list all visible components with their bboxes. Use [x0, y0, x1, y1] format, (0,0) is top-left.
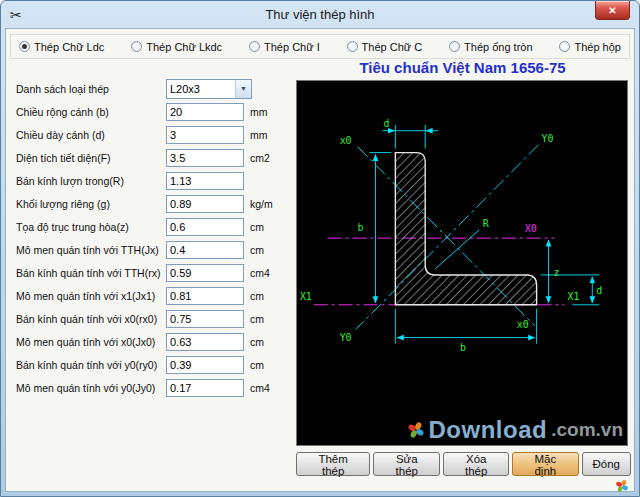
- label-x0-axis: X0: [525, 223, 537, 234]
- form-field-unit: kg/m: [250, 198, 273, 210]
- radio-dot-icon: [449, 41, 460, 52]
- form-field-input[interactable]: [166, 103, 244, 121]
- label-b-left: b: [358, 222, 364, 233]
- form-field-label: Tọa độ trục trung hòa(z): [16, 221, 166, 233]
- label-z-right: z: [553, 267, 559, 278]
- button-xoa-thep[interactable]: Xóa thép: [443, 452, 509, 476]
- steel-type-dropdown[interactable]: L20x3 ▼: [166, 79, 252, 99]
- form-row: Chiều rộng cánh (b) mm: [16, 102, 292, 121]
- form-field-input[interactable]: [166, 195, 244, 213]
- form-field-input[interactable]: [166, 379, 244, 397]
- label-x0-diag-top: x0: [340, 135, 352, 146]
- form-row: Tọa độ trục trung hòa(z) cm: [16, 217, 292, 236]
- radio-thep-chu-lkdc[interactable]: Thép Chữ Lkdc: [131, 41, 222, 53]
- form-field-input[interactable]: [166, 149, 244, 167]
- form-row: Mô men quán tính với x1(Jx1) cm: [16, 286, 292, 305]
- radio-dot-icon: [131, 41, 142, 52]
- form-row: Mô men quán tính với x0(Jx0) cm: [16, 332, 292, 351]
- form-row: Khối lượng riêng (g) kg/m: [16, 194, 292, 213]
- form-row: Danh sách loại thép L20x3 ▼: [16, 79, 292, 98]
- form-field-unit: mm: [250, 129, 268, 141]
- radio-label: Thép hộp: [574, 41, 620, 53]
- form-field-unit: cm: [250, 313, 264, 325]
- radio-thep-chu-ldc[interactable]: Thép Chữ Ldc: [19, 41, 104, 53]
- form-field-unit: cm: [250, 336, 264, 348]
- downloadvn-pinwheel-icon: [407, 421, 425, 439]
- label-d-top: d: [383, 118, 389, 129]
- radio-label: Thép Chữ I: [264, 41, 320, 53]
- downloadvn-logo-icon: [615, 479, 629, 493]
- form-field-input[interactable]: [166, 126, 244, 144]
- form-field-unit: mm: [250, 106, 268, 118]
- form-field-unit: cm: [250, 290, 264, 302]
- form-row: Chiều dày cánh (d) mm: [16, 125, 292, 144]
- label-x1-left: X1: [300, 291, 312, 302]
- radio-thep-hop[interactable]: Thép hộp: [559, 41, 620, 53]
- form-field-label: Mô men quán tính với x1(Jx1): [16, 290, 166, 302]
- close-button[interactable]: ✕: [595, 1, 630, 20]
- form-field-input[interactable]: [166, 218, 244, 236]
- form-field-label: Mô men quán tính với x0(Jx0): [16, 336, 166, 348]
- form-field-label: Bán kính quán tính với y0(ry0): [16, 359, 166, 371]
- button-sua-thep[interactable]: Sửa thép: [373, 452, 440, 476]
- diagram-canvas: d b b z d R X0 X1 X1 x0 x0 Y0 Y0: [296, 80, 628, 446]
- form-field-label: Mô men quán tính với TTH(Jx): [16, 244, 166, 256]
- radio-dot-icon: [249, 41, 260, 52]
- radio-dot-icon: [19, 41, 30, 52]
- watermark-brand: Download: [429, 416, 548, 444]
- label-x0-diag-bottom: x0: [517, 319, 529, 330]
- app-icon[interactable]: ✂: [10, 7, 22, 23]
- radio-thep-ong-tron[interactable]: Thép ống tròn: [449, 41, 533, 53]
- form-row: Bán kính quán tính với y0(ry0) cm: [16, 355, 292, 374]
- diagram-title: Tiêu chuẩn Việt Nam 1656-75: [294, 59, 631, 76]
- label-d-right: d: [596, 285, 602, 296]
- form-field-input[interactable]: [166, 264, 244, 282]
- radio-thep-chu-c[interactable]: Thép Chữ C: [347, 41, 423, 53]
- label-y0-diag-bottom: Y0: [340, 332, 352, 343]
- steel-type-radio-group: Thép Chữ Ldc Thép Chữ Lkdc Thép Chữ I Th…: [10, 34, 630, 59]
- radio-dot-icon: [559, 41, 570, 52]
- form-row: Mô men quán tính với y0(Jy0) cm4: [16, 378, 292, 397]
- form-field-input[interactable]: [166, 172, 244, 190]
- form-field-label: Diện tích tiết diện(F): [16, 152, 166, 164]
- form-field-label: Bán kính lượn trong(R): [16, 175, 166, 187]
- steel-type-label: Danh sách loại thép: [16, 83, 166, 95]
- watermark: Download.com.vn: [407, 416, 623, 444]
- form-row: Diện tích tiết diện(F) cm2: [16, 148, 292, 167]
- radio-thep-chu-i[interactable]: Thép Chữ I: [249, 41, 320, 53]
- window-title: Thư viện thép hình: [1, 7, 639, 22]
- form-field-input[interactable]: [166, 333, 244, 351]
- form-field-label: Chiều rộng cánh (b): [16, 106, 166, 118]
- form-field-unit: cm2: [250, 152, 270, 164]
- chevron-down-icon: ▼: [235, 80, 251, 98]
- watermark-suffix: .com.vn: [551, 419, 623, 441]
- form-field-unit: cm: [250, 359, 264, 371]
- form-field-unit: cm: [250, 244, 264, 256]
- form-field-label: Mô men quán tính với y0(Jy0): [16, 382, 166, 394]
- l-section-diagram: d b b z d R X0 X1 X1 x0 x0 Y0 Y0: [297, 81, 627, 445]
- form-row: Bán kính lượn trong(R): [16, 171, 292, 190]
- close-icon: ✕: [608, 5, 616, 16]
- l-profile-shape: [395, 153, 536, 305]
- button-them-thep[interactable]: Thêm thép: [296, 452, 370, 476]
- form-field-input[interactable]: [166, 241, 244, 259]
- form-field-input[interactable]: [166, 356, 244, 374]
- steel-type-value: L20x3: [167, 80, 235, 98]
- label-x1-right: X1: [567, 291, 579, 302]
- button-dong[interactable]: Đóng: [582, 452, 632, 476]
- radio-label: Thép Chữ Ldc: [34, 41, 104, 53]
- form-field-input[interactable]: [166, 310, 244, 328]
- button-mac-dinh[interactable]: Mặc định: [512, 452, 578, 476]
- form-field-unit: cm: [250, 221, 264, 233]
- form-row: Bán kính quán tính với TTH(rx) cm4: [16, 263, 292, 282]
- form-field-input[interactable]: [166, 287, 244, 305]
- app-window: ✂ Thư viện thép hình ✕ Thép Chữ Ldc Thép…: [0, 0, 640, 497]
- form-field-unit: cm4: [250, 382, 270, 394]
- radio-label: Thép Chữ C: [362, 41, 423, 53]
- titlebar[interactable]: ✂ Thư viện thép hình ✕: [1, 1, 639, 28]
- radio-label: Thép Chữ Lkdc: [146, 41, 222, 53]
- radio-dot-icon: [347, 41, 358, 52]
- form-row: Bán kính quán tính với x0(rx0) cm: [16, 309, 292, 328]
- form-field-unit: cm4: [250, 267, 270, 279]
- action-buttons: Thêm thép Sửa thép Xóa thép Mặc định Đón…: [296, 452, 631, 476]
